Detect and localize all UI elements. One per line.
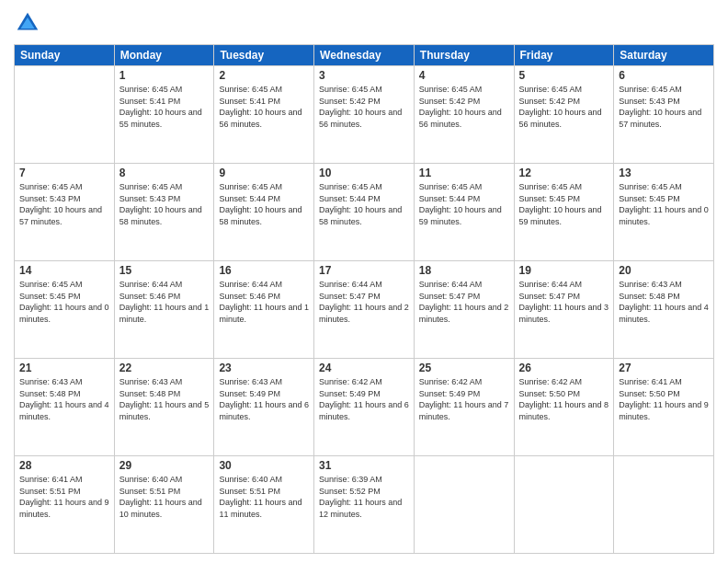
day-cell: 9Sunrise: 6:45 AMSunset: 5:44 PMDaylight… [214, 164, 314, 261]
page: SundayMondayTuesdayWednesdayThursdayFrid… [0, 0, 728, 563]
day-cell: 26Sunrise: 6:42 AMSunset: 5:50 PMDayligh… [514, 359, 614, 456]
day-info: Sunrise: 6:45 AMSunset: 5:45 PMDaylight:… [519, 181, 609, 227]
day-number: 10 [319, 167, 409, 179]
day-number: 17 [319, 264, 409, 277]
weekday-header-row: SundayMondayTuesdayWednesdayThursdayFrid… [15, 45, 714, 66]
weekday-header-wednesday: Wednesday [314, 45, 415, 66]
day-info: Sunrise: 6:45 AMSunset: 5:41 PMDaylight:… [219, 84, 309, 130]
day-cell: 19Sunrise: 6:44 AMSunset: 5:47 PMDayligh… [514, 261, 614, 359]
day-number: 7 [19, 167, 109, 179]
day-number: 13 [619, 167, 709, 179]
day-info: Sunrise: 6:40 AMSunset: 5:51 PMDaylight:… [219, 474, 309, 520]
day-cell: 6Sunrise: 6:45 AMSunset: 5:43 PMDaylight… [614, 66, 714, 164]
day-cell: 18Sunrise: 6:44 AMSunset: 5:47 PMDayligh… [414, 261, 514, 359]
day-cell: 27Sunrise: 6:41 AMSunset: 5:50 PMDayligh… [614, 359, 714, 456]
day-cell: 10Sunrise: 6:45 AMSunset: 5:44 PMDayligh… [314, 164, 415, 261]
day-number: 19 [519, 264, 609, 277]
day-number: 4 [419, 69, 509, 82]
calendar-table: SundayMondayTuesdayWednesdayThursdayFrid… [14, 44, 714, 554]
day-number: 27 [619, 362, 709, 374]
header [14, 9, 714, 37]
day-number: 9 [219, 167, 309, 179]
day-info: Sunrise: 6:45 AMSunset: 5:42 PMDaylight:… [419, 84, 509, 130]
weekday-header-tuesday: Tuesday [214, 45, 314, 66]
day-info: Sunrise: 6:41 AMSunset: 5:51 PMDaylight:… [19, 474, 109, 520]
day-cell: 28Sunrise: 6:41 AMSunset: 5:51 PMDayligh… [15, 456, 115, 554]
day-info: Sunrise: 6:45 AMSunset: 5:44 PMDaylight:… [419, 181, 509, 227]
day-cell: 17Sunrise: 6:44 AMSunset: 5:47 PMDayligh… [314, 261, 415, 359]
day-number: 18 [419, 264, 509, 277]
day-info: Sunrise: 6:43 AMSunset: 5:49 PMDaylight:… [219, 376, 309, 422]
day-number: 16 [219, 264, 309, 277]
day-cell: 23Sunrise: 6:43 AMSunset: 5:49 PMDayligh… [214, 359, 314, 456]
day-number: 22 [119, 362, 210, 374]
day-number: 26 [519, 362, 609, 374]
day-info: Sunrise: 6:44 AMSunset: 5:47 PMDaylight:… [319, 279, 409, 325]
day-info: Sunrise: 6:44 AMSunset: 5:46 PMDaylight:… [119, 279, 210, 325]
day-number: 28 [19, 459, 109, 472]
logo-icon [14, 9, 41, 37]
weekday-header-monday: Monday [114, 45, 214, 66]
weekday-header-sunday: Sunday [15, 45, 115, 66]
day-cell: 31Sunrise: 6:39 AMSunset: 5:52 PMDayligh… [314, 456, 415, 554]
day-number: 1 [119, 69, 210, 82]
day-cell [414, 456, 514, 554]
day-cell: 16Sunrise: 6:44 AMSunset: 5:46 PMDayligh… [214, 261, 314, 359]
day-info: Sunrise: 6:45 AMSunset: 5:43 PMDaylight:… [619, 84, 709, 130]
day-info: Sunrise: 6:43 AMSunset: 5:48 PMDaylight:… [619, 279, 709, 325]
day-info: Sunrise: 6:45 AMSunset: 5:45 PMDaylight:… [619, 181, 709, 227]
day-number: 25 [419, 362, 509, 374]
week-row-3: 21Sunrise: 6:43 AMSunset: 5:48 PMDayligh… [15, 359, 714, 456]
day-info: Sunrise: 6:41 AMSunset: 5:50 PMDaylight:… [619, 376, 709, 422]
day-info: Sunrise: 6:45 AMSunset: 5:43 PMDaylight:… [19, 181, 109, 227]
day-cell: 13Sunrise: 6:45 AMSunset: 5:45 PMDayligh… [614, 164, 714, 261]
day-number: 30 [219, 459, 309, 472]
day-number: 15 [119, 264, 210, 277]
day-info: Sunrise: 6:39 AMSunset: 5:52 PMDaylight:… [319, 474, 409, 520]
day-info: Sunrise: 6:44 AMSunset: 5:47 PMDaylight:… [419, 279, 509, 325]
day-number: 31 [319, 459, 409, 472]
day-info: Sunrise: 6:44 AMSunset: 5:46 PMDaylight:… [219, 279, 309, 325]
day-info: Sunrise: 6:42 AMSunset: 5:49 PMDaylight:… [319, 376, 409, 422]
day-info: Sunrise: 6:45 AMSunset: 5:42 PMDaylight:… [519, 84, 609, 130]
day-cell: 30Sunrise: 6:40 AMSunset: 5:51 PMDayligh… [214, 456, 314, 554]
day-number: 20 [619, 264, 709, 277]
day-info: Sunrise: 6:45 AMSunset: 5:43 PMDaylight:… [119, 181, 210, 227]
day-info: Sunrise: 6:45 AMSunset: 5:44 PMDaylight:… [219, 181, 309, 227]
day-number: 6 [619, 69, 709, 82]
day-cell: 4Sunrise: 6:45 AMSunset: 5:42 PMDaylight… [414, 66, 514, 164]
day-number: 12 [519, 167, 609, 179]
day-cell [514, 456, 614, 554]
day-cell: 2Sunrise: 6:45 AMSunset: 5:41 PMDaylight… [214, 66, 314, 164]
weekday-header-thursday: Thursday [414, 45, 514, 66]
day-number: 11 [419, 167, 509, 179]
day-cell: 5Sunrise: 6:45 AMSunset: 5:42 PMDaylight… [514, 66, 614, 164]
day-cell: 12Sunrise: 6:45 AMSunset: 5:45 PMDayligh… [514, 164, 614, 261]
day-cell [614, 456, 714, 554]
day-info: Sunrise: 6:45 AMSunset: 5:44 PMDaylight:… [319, 181, 409, 227]
day-number: 29 [119, 459, 210, 472]
day-cell: 11Sunrise: 6:45 AMSunset: 5:44 PMDayligh… [414, 164, 514, 261]
day-info: Sunrise: 6:42 AMSunset: 5:50 PMDaylight:… [519, 376, 609, 422]
day-info: Sunrise: 6:43 AMSunset: 5:48 PMDaylight:… [19, 376, 109, 422]
logo [14, 9, 45, 37]
week-row-4: 28Sunrise: 6:41 AMSunset: 5:51 PMDayligh… [15, 456, 714, 554]
day-cell: 15Sunrise: 6:44 AMSunset: 5:46 PMDayligh… [114, 261, 214, 359]
day-cell: 7Sunrise: 6:45 AMSunset: 5:43 PMDaylight… [15, 164, 115, 261]
day-cell: 1Sunrise: 6:45 AMSunset: 5:41 PMDaylight… [114, 66, 214, 164]
day-info: Sunrise: 6:42 AMSunset: 5:49 PMDaylight:… [419, 376, 509, 422]
week-row-2: 14Sunrise: 6:45 AMSunset: 5:45 PMDayligh… [15, 261, 714, 359]
day-number: 3 [319, 69, 409, 82]
day-number: 21 [19, 362, 109, 374]
day-cell: 8Sunrise: 6:45 AMSunset: 5:43 PMDaylight… [114, 164, 214, 261]
day-info: Sunrise: 6:40 AMSunset: 5:51 PMDaylight:… [119, 474, 210, 520]
day-cell: 14Sunrise: 6:45 AMSunset: 5:45 PMDayligh… [15, 261, 115, 359]
day-number: 24 [319, 362, 409, 374]
day-cell: 21Sunrise: 6:43 AMSunset: 5:48 PMDayligh… [15, 359, 115, 456]
day-cell [15, 66, 115, 164]
week-row-1: 7Sunrise: 6:45 AMSunset: 5:43 PMDaylight… [15, 164, 714, 261]
day-cell: 3Sunrise: 6:45 AMSunset: 5:42 PMDaylight… [314, 66, 415, 164]
day-cell: 25Sunrise: 6:42 AMSunset: 5:49 PMDayligh… [414, 359, 514, 456]
day-number: 2 [219, 69, 309, 82]
day-number: 5 [519, 69, 609, 82]
